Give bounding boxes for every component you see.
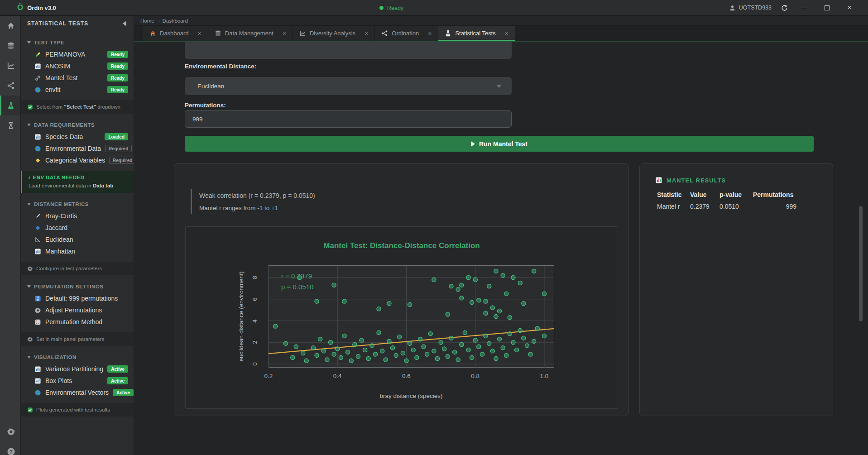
summary-line-1: Weak correlation (r = 0.2379, p = 0.0510… bbox=[199, 192, 315, 199]
tab-data-management[interactable]: Data Management × bbox=[208, 26, 293, 41]
status-badge: Required bbox=[109, 157, 134, 164]
maximize-button[interactable] bbox=[820, 2, 834, 13]
globe-icon bbox=[34, 145, 41, 152]
diamond-icon bbox=[34, 225, 41, 231]
mantel-plot-panel: Weak correlation (r = 0.2379, p = 0.0510… bbox=[174, 163, 629, 416]
sidebar-item-manhattan[interactable]: Manhattan bbox=[21, 245, 134, 257]
network-icon bbox=[7, 81, 15, 90]
section-permutation-settings[interactable]: PERMUTATION SETTINGS bbox=[21, 281, 134, 292]
database-icon bbox=[7, 42, 15, 50]
chart-line-icon bbox=[7, 62, 15, 70]
section-distance-metrics[interactable]: DISTANCE METRICS bbox=[21, 198, 134, 210]
sidebar-item-box-plots[interactable]: Box Plots Active bbox=[21, 375, 134, 387]
question-icon: ? bbox=[7, 447, 15, 455]
rail-charts-button[interactable] bbox=[0, 56, 20, 76]
environmental-distance-select[interactable]: Euclidean bbox=[185, 77, 512, 95]
visualization-note: Plots generated with test results bbox=[21, 403, 134, 417]
chart-annotation-r: r = 0.2379 bbox=[281, 272, 312, 280]
close-icon[interactable]: × bbox=[428, 30, 432, 37]
results-table: Statistic Value p-value Permutations Man… bbox=[657, 191, 796, 210]
sidebar-item-categorical-variables[interactable]: Categorical Variables Required bbox=[21, 154, 134, 166]
close-icon[interactable]: × bbox=[364, 30, 368, 37]
sidebar-item-euclidean[interactable]: Euclidean bbox=[21, 234, 134, 245]
globe-icon bbox=[34, 389, 41, 396]
y-tick-label: 0 bbox=[251, 362, 258, 366]
sidebar-item-permanova[interactable]: PERMANOVA Ready bbox=[21, 48, 134, 60]
gear-icon bbox=[27, 336, 33, 342]
result-permutations: 999 bbox=[753, 203, 796, 210]
rail-home-button[interactable] bbox=[0, 16, 20, 36]
breadcrumb: Home → Dashboard bbox=[134, 16, 868, 26]
collapse-sidebar-icon[interactable] bbox=[123, 21, 126, 26]
chevron-down-icon bbox=[27, 124, 31, 126]
banner-text: Load environmental data in Data tab bbox=[29, 183, 127, 188]
close-icon[interactable]: × bbox=[283, 30, 286, 37]
rail-settings-button[interactable] bbox=[0, 421, 20, 441]
minimize-button[interactable] bbox=[797, 2, 811, 13]
close-icon[interactable]: × bbox=[198, 30, 201, 37]
bar-chart-icon bbox=[655, 177, 662, 184]
sidebar-item-jaccard[interactable]: Jaccard bbox=[21, 222, 134, 234]
banner-title: ENV DATA NEEDED bbox=[33, 175, 85, 180]
refresh-icon[interactable] bbox=[781, 4, 788, 12]
svg-text:34: 34 bbox=[37, 298, 39, 301]
section-test-type[interactable]: TEST TYPE bbox=[21, 37, 134, 48]
sidebar-item-bray-curtis[interactable]: Bray-Curtis bbox=[21, 210, 134, 222]
sidebar-item-permutation-method[interactable]: Permutation Method bbox=[21, 316, 134, 328]
sidebar-item-anosim[interactable]: ANOSIM Ready bbox=[21, 60, 134, 72]
rail-statistical-tests-button[interactable] bbox=[0, 96, 20, 115]
tab-ordination[interactable]: Ordination × bbox=[375, 26, 438, 41]
result-value: 0.2379 bbox=[690, 203, 719, 210]
chevron-down-icon bbox=[27, 41, 31, 44]
sidebar-item-default-permutations[interactable]: 1234 Default: 999 permutations bbox=[21, 292, 134, 304]
close-icon[interactable]: × bbox=[505, 30, 508, 37]
chevron-down-icon bbox=[27, 203, 31, 206]
status-badge: Required bbox=[105, 145, 132, 152]
numbers-icon: 1234 bbox=[34, 295, 41, 302]
content-area: Environmental Distance: Euclidean Permut… bbox=[134, 42, 868, 454]
bar-chart-icon bbox=[34, 248, 41, 255]
close-button[interactable]: × bbox=[843, 2, 856, 13]
distance-metrics-note: Configure in test parameters bbox=[21, 262, 134, 275]
minimize-icon bbox=[801, 8, 807, 8]
rail-help-button[interactable]: ? bbox=[0, 441, 20, 455]
rail-history-button[interactable] bbox=[0, 115, 20, 135]
tab-diversity-analysis[interactable]: Diversity Analysis × bbox=[293, 26, 375, 41]
network-icon bbox=[381, 30, 388, 37]
chevron-down-icon bbox=[27, 356, 31, 359]
globe-icon bbox=[34, 86, 41, 93]
run-mantel-test-button[interactable]: Run Mantel Test bbox=[185, 136, 814, 152]
y-tick-label: 2 bbox=[251, 340, 258, 344]
sidebar-item-adjust-permutations[interactable]: Adjust Permutations bbox=[21, 304, 134, 316]
sidebar-item-environmental-vectors[interactable]: Environmental Vectors Active bbox=[21, 387, 134, 398]
app-logo: Ö bbox=[17, 3, 23, 12]
rail-data-button[interactable] bbox=[0, 36, 20, 56]
chevron-down-icon bbox=[27, 285, 31, 288]
sidebar-item-species-data[interactable]: Species Data Loaded bbox=[21, 131, 134, 143]
rail-ordination-button[interactable] bbox=[0, 76, 20, 96]
sidebar-item-variance-partitioning[interactable]: Variance Partitioning Active bbox=[21, 363, 134, 375]
y-tick-label: 8 bbox=[251, 276, 258, 279]
y-axis-label: euclidean distance (environment) bbox=[238, 272, 245, 362]
tab-dashboard[interactable]: Dashboard × bbox=[143, 26, 208, 41]
sidebar-title: STATISTICAL TESTS bbox=[27, 20, 123, 27]
status-text: Ready bbox=[387, 5, 403, 11]
app-title: Ördin v3.0 bbox=[27, 5, 56, 11]
species-distance-select-cutoff[interactable] bbox=[185, 42, 512, 59]
x-tick-label: 0.8 bbox=[471, 373, 480, 379]
main-area: Home → Dashboard Dashboard × Data Manage… bbox=[134, 16, 868, 455]
section-data-requirements[interactable]: DATA REQUIREMENTS bbox=[21, 119, 134, 131]
tab-statistical-tests[interactable]: Statistical Tests × bbox=[438, 26, 515, 41]
sidebar-item-mantel-test[interactable]: Mantel Test Ready bbox=[21, 72, 134, 84]
sidebar-item-envfit[interactable]: envfit Ready bbox=[21, 84, 134, 96]
permutations-input[interactable] bbox=[185, 110, 512, 128]
section-visualization[interactable]: VISUALIZATION bbox=[21, 351, 134, 363]
mantel-results-panel: MANTEL RESULTS Statistic Value p-value P… bbox=[639, 163, 833, 416]
sidebar-item-environmental-data[interactable]: Environmental Data Required bbox=[21, 143, 134, 154]
gear-icon bbox=[27, 266, 33, 272]
home-icon bbox=[7, 22, 15, 30]
chart-annotation-p: p = 0.0510 bbox=[281, 283, 313, 291]
vertical-scrollbar[interactable] bbox=[859, 206, 863, 321]
bar-chart-icon bbox=[34, 366, 41, 373]
y-tick-label: 4 bbox=[251, 319, 258, 323]
